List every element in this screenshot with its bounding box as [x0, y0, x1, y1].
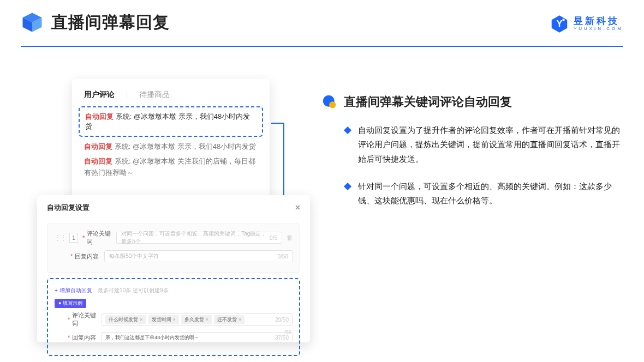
tab-separator — [127, 92, 127, 99]
example-badge: ● 填写示例 — [55, 299, 86, 308]
required-star-icon: * — [68, 316, 70, 323]
example-block: + 增加自动回复 最多可建10条 还可以创建9条 ● 填写示例 * 评论关键词 … — [47, 278, 300, 356]
required-star-icon: * — [70, 253, 73, 260]
tag-remove-icon[interactable]: × — [238, 317, 241, 322]
keyword-counter: 0/5 — [270, 235, 277, 241]
keyword-tag[interactable]: 什么时候发货× — [105, 315, 146, 324]
autoreply-settings-card: 自动回复设置 × ⋮⋮ 1 * 评论关键词 对同一个问题，可设置多个相近、高频的… — [37, 195, 310, 342]
reply-input[interactable]: 每条限50个中文字符 0/50 — [104, 250, 293, 262]
reply-label: 回复内容 — [72, 334, 102, 342]
example-reply-counter: 37/50 — [275, 335, 289, 341]
svg-text:Y: Y — [556, 19, 562, 28]
auto-reply-label: 自动回复 — [85, 112, 114, 120]
chat-bubble-icon — [322, 94, 337, 110]
tag-remove-icon[interactable]: × — [173, 317, 176, 322]
keyword-tag[interactable]: 多久发货× — [181, 315, 212, 324]
placeholder-text: 每条限50个中文字符 — [109, 252, 159, 260]
page-title: 直播间弹幕回复 — [51, 11, 170, 34]
index-box: 1 — [69, 233, 78, 243]
example-keyword-input[interactable]: 什么时候发货× 发货时间× 多久发货× 还不发货× 20/50 — [102, 313, 293, 326]
system-label: 系统: — [116, 112, 132, 120]
add-hint: 最多可建10条 还可以创建9条 — [98, 287, 168, 293]
bullet-text: 自动回复设置为了提升作者的评论回复效率，作者可在开播前针对常见的评论用户问题，提… — [358, 123, 622, 166]
example-keyword-counter: 20/50 — [275, 317, 289, 323]
tab-pending-products[interactable]: 待播商品 — [139, 90, 170, 100]
comment-row: 自动回复 系统: @冰墩墩本墩 亲亲，我们48小时内发货 — [84, 141, 258, 153]
tab-user-comments[interactable]: 用户评论 — [84, 90, 115, 100]
example-reply-text: 亲，我们这边都是下单48小时内发货的哦～ — [105, 334, 199, 341]
comments-card: 用户评论 待播商品 自动回复 系统: @冰墩墩本墩 亲亲，我们48小时内发货 自… — [72, 79, 270, 199]
system-label: 系统: — [115, 157, 131, 165]
cube-icon — [21, 11, 44, 34]
brand-name-en: YUUXIN.COM — [574, 27, 623, 32]
auto-reply-label: 自动回复 — [84, 157, 112, 165]
required-star-icon: * — [82, 234, 85, 241]
keyword-tag[interactable]: 还不发货× — [214, 315, 245, 324]
comment-text: @冰墩墩本墩 亲亲，我们48小时内发货 — [133, 142, 256, 150]
diamond-bullet-icon — [344, 126, 351, 134]
keyword-input[interactable]: 对同一个问题，可设置多个相近、高频的关键词，Tag确定，最多5个 0/5 — [116, 232, 282, 244]
trailing-counter: /50 — [284, 329, 291, 335]
diamond-bullet-icon — [344, 183, 351, 190]
system-label: 系统: — [115, 142, 131, 150]
brand-name-cn: 昱新科技 — [574, 16, 623, 27]
highlighted-comment: 自动回复 系统: @冰墩墩本墩 亲亲，我们48小时内发货 — [79, 106, 263, 137]
svg-point-5 — [562, 19, 565, 21]
keyword-tag[interactable]: 发货时间× — [148, 315, 179, 324]
brand-logo-block: Y 昱新科技 YUUXIN.COM — [550, 14, 623, 34]
keyword-label: 评论关键词 — [87, 230, 116, 246]
keyword-label: 评论关键词 — [72, 311, 102, 328]
reply-label: 回复内容 — [75, 252, 104, 261]
auto-reply-label: 自动回复 — [84, 142, 112, 150]
reply-counter: 0/50 — [278, 254, 288, 260]
section-title: 直播间弹幕关键词评论自动回复 — [344, 94, 512, 110]
add-autoreply-link[interactable]: + 增加自动回复 — [55, 287, 92, 293]
placeholder-text: 对同一个问题，可设置多个相近、高频的关键词，Tag确定，最多5个 — [121, 230, 270, 245]
delete-icon[interactable]: 🗑 — [287, 234, 293, 242]
bullet-item: 自动回复设置为了提升作者的评论回复效率，作者可在开播前针对常见的评论用户问题，提… — [322, 123, 622, 166]
required-star-icon: * — [68, 334, 70, 341]
settings-title: 自动回复设置 — [47, 203, 90, 213]
header-divider — [21, 46, 623, 47]
brand-hex-icon: Y — [550, 14, 569, 34]
tag-remove-icon[interactable]: × — [140, 317, 142, 322]
bullet-text: 针对同一个问题，可设置多个相近的、高频的关键词。例如：这款多少钱、这块能优惠吗、… — [358, 179, 622, 208]
example-reply-input[interactable]: 亲，我们这边都是下单48小时内发货的哦～ 37/50 — [102, 332, 293, 343]
comment-row: 自动回复 系统: @冰墩墩本墩 关注我们的店铺，每日都有热门推荐呦～ — [84, 156, 258, 179]
svg-point-7 — [329, 101, 336, 108]
close-icon[interactable]: × — [295, 203, 300, 213]
tag-remove-icon[interactable]: × — [206, 317, 208, 322]
drag-handle-icon[interactable]: ⋮⋮ — [54, 234, 66, 242]
bullet-item: 针对同一个问题，可设置多个相近的、高频的关键词。例如：这款多少钱、这块能优惠吗、… — [322, 179, 622, 208]
